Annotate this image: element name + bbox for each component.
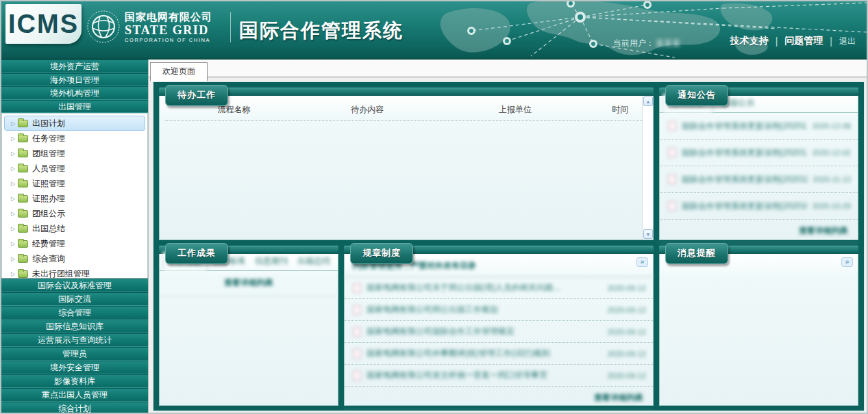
sidebar-section-overseas-orgs[interactable]: 境外机构管理 [1,86,148,100]
tree-expand-icon[interactable]: ▷ [11,226,18,232]
doc-icon [353,371,361,380]
issue-management-link[interactable]: 问题管理 [784,35,823,47]
tree-item-budget-mgmt[interactable]: ▷ 经费管理 [4,236,145,251]
tree-expand-icon[interactable]: ▷ [11,196,18,202]
rules-list-item[interactable]: 国家电网有限公司外事翻译(组)管理工作(试行)规则 2020-09-12 [345,343,653,365]
notice-item-date: 2020-10-29 [813,202,851,210]
notice-panel-title[interactable]: 通知公告 [665,85,728,106]
sidebar-section-media-library[interactable]: 影像资料库 [1,374,148,388]
doc-icon [668,148,676,157]
tree-expand-icon[interactable]: ▷ [11,151,18,157]
rules-item-text: 国家电网有限公司国际合作工作管理规定 [367,326,602,337]
rules-item-date: 2020-09-12 [608,372,646,380]
tree-expand-icon[interactable]: ▷ [11,241,18,247]
tree-item-combined-query[interactable]: ▷ 综合查询 [4,251,145,266]
folder-icon [18,120,28,127]
tree-item-label: 综合查询 [32,253,65,265]
tree-item-abroad-summary[interactable]: ▷ 出国总结 [4,221,145,236]
notice-list-item[interactable]: 国际合作管理系统更新说明(20201029) 2020-10-29 [660,193,858,220]
notice-list-item[interactable]: 国际合作管理系统更新说明(20201112) 2020-11-12 [660,166,858,193]
link-separator: | [830,36,832,47]
tree-item-task-mgmt[interactable]: ▷ 任务管理 [4,131,145,146]
notice-list-item[interactable]: 国际合作管理系统更新说明(20201208) 2020-12-08 [660,113,858,140]
tree-expand-icon[interactable]: ▷ [11,271,18,277]
doc-icon [353,349,361,359]
sidebar-section-intl-knowledge[interactable]: 国际信息知识库 [1,320,148,333]
tree-expand-icon[interactable]: ▷ [11,166,18,172]
tree-item-passport-mgmt[interactable]: ▷ 证照管理 [4,176,145,191]
doc-icon [353,305,361,315]
sidebar-section-key-personnel[interactable]: 重点出国人员管理 [1,388,148,402]
sidebar-section-operation-stats[interactable]: 运营展示与查询统计 [1,333,148,347]
scroll-down-icon[interactable]: ▼ [643,229,653,239]
tree-item-group-publicity[interactable]: ▷ 团组公示 [4,206,145,221]
content-tabbar: 欢迎页面 [149,60,868,77]
link-separator: | [776,36,778,47]
rules-list-item[interactable]: 国家电网有限公司国际合作工作管理规定 2020-09-12 [345,321,653,343]
header-links: 技术支持 | 问题管理 | 退出 [730,35,856,47]
sidebar-section-intl-conference[interactable]: 国际会议及标准管理 [1,279,148,292]
rules-list-item[interactable]: 国家电网有限公司关于因公出国(境)人员的相关问题… 2020-09-12 [345,277,653,299]
notice-view-more-link[interactable]: 查看详细列表 [660,220,858,244]
sidebar-section-overseas-projects[interactable]: 海外项目管理 [1,73,148,87]
achievement-panel-body: 工作信息 国际标准 信息期刊 出国总结 查看详细列表 [159,254,338,406]
folder-icon [18,195,28,203]
rules-expand-icon[interactable]: » [636,257,648,267]
tree-item-passport-process[interactable]: ▷ 证照办理 [4,191,145,206]
sidebar-tree: ▷ 出国计划 ▷ 任务管理 ▷ 团组管理 ▷ 人员管理 ▷ [1,113,148,279]
tree-expand-icon[interactable]: ▷ [11,256,18,262]
tree-item-label: 人员管理 [32,163,65,174]
rules-item-date: 2020-09-12 [608,328,646,336]
sidebar-section-overseas-security[interactable]: 境外安全管理 [1,361,148,374]
rules-panel-title[interactable]: 规章制度 [350,243,413,264]
sidebar-section-general-mgmt[interactable]: 综合管理 [1,306,148,320]
tree-item-personnel-mgmt[interactable]: ▷ 人员管理 [4,161,145,176]
sidebar-section-overseas-assets[interactable]: 境外资产运营 [1,60,148,73]
achievement-view-more-link[interactable]: 查看详细列表 [160,271,338,296]
tree-expand-icon[interactable]: ▷ [11,135,18,142]
sidebar-section-general-plan[interactable]: 综合计划 [1,402,148,414]
rules-item-text: 国家电网有限公司关于因公出国(境)人员的相关问题… [367,282,602,294]
folder-icon [18,225,28,233]
state-grid-emblem-icon [86,10,121,44]
sidebar-section-intl-exchange[interactable]: 国际交流 [1,292,148,306]
rules-item-date: 2020-09-12 [608,284,646,292]
tree-expand-icon[interactable]: ▷ [11,181,18,187]
folder-icon [18,270,28,278]
tab-welcome-page[interactable]: 欢迎页面 [150,62,208,81]
achievement-subtab-2[interactable]: 信息期刊 [250,253,293,270]
todo-table-header: 流程名称 待办内容 上报单位 时间 [160,96,653,120]
tree-expand-icon[interactable]: ▷ [11,120,18,127]
folder-icon [18,150,28,157]
rules-panel-body: » 内部管理使用，严禁对外发布目录 国家电网有限公司关于因公出国(境)人员的相关… [344,254,654,406]
achievement-subtab-3[interactable]: 出国总结 [293,253,335,270]
tree-item-untraveled-groups[interactable]: ▷ 未出行团组管理 [4,266,145,279]
scroll-up-icon[interactable]: ▲ [643,96,653,106]
rules-view-more-link[interactable]: 查看详细列表 [345,387,653,411]
notice-list-item[interactable]: 国际合作管理系统更新说明(20201202) 2020-12-02 [660,140,858,166]
logout-link[interactable]: 退出 [839,36,856,47]
rules-item-date: 2020-09-12 [608,306,646,314]
todo-scrollbar[interactable]: ▲ ▼ [642,96,653,240]
tree-item-group-mgmt[interactable]: ▷ 团组管理 [4,146,145,161]
todo-panel-title[interactable]: 待办工作 [165,85,228,106]
notice-item-date: 2020-11-12 [813,175,851,183]
column-todo-content: 待办内容 [306,104,430,116]
todo-panel: 待办工作 流程名称 待办内容 上报单位 时间 ▲ ▼ [159,88,654,240]
sidebar-section-abroad-mgmt[interactable]: 出国管理 [1,100,148,114]
tree-item-label: 出国总结 [32,223,65,235]
rules-item-text: 国家电网有限公司发文样例一答复一同口径等事宜 [367,370,602,381]
tech-support-link[interactable]: 技术支持 [730,35,769,47]
notice-item-text: 国际合作管理系统更新说明(20201112) [682,174,808,185]
notice-item-text: 国际合作管理系统更新说明(20201029) [682,200,807,212]
rules-list-item[interactable]: 国家电网有限公司因公出国工作规划 2020-09-12 [345,299,653,321]
tree-expand-icon[interactable]: ▷ [11,211,18,217]
achievement-panel-title[interactable]: 工作成果 [165,243,228,264]
sidebar-section-admin[interactable]: 管理员 [1,347,148,361]
tree-item-abroad-plan[interactable]: ▷ 出国计划 [4,116,145,131]
rules-list-item[interactable]: 国家电网有限公司发文样例一答复一同口径等事宜 2020-09-12 [345,365,653,387]
message-panel-title[interactable]: 消息提醒 [665,243,728,264]
tree-item-label: 经费管理 [32,238,65,250]
notice-item-text: 国际合作管理系统更新说明(20201208) [682,120,807,132]
message-expand-icon[interactable]: » [841,257,853,267]
